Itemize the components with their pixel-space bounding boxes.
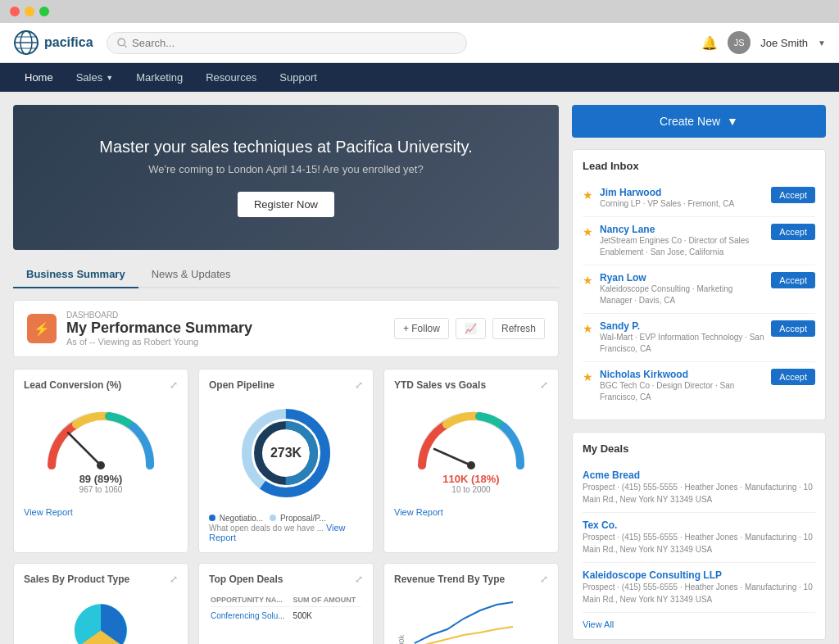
search-input[interactable] bbox=[132, 37, 456, 49]
open-pipeline-footer: What open deals do we have ... View Repo… bbox=[209, 523, 363, 542]
revenue-trend-card: Revenue Trend By Type ⤢ 500k bbox=[383, 563, 559, 644]
lead-name-3[interactable]: Sandy P. bbox=[600, 320, 764, 332]
logo[interactable]: pacifica bbox=[13, 29, 93, 56]
dashboard-label: DASHBOARD bbox=[66, 311, 384, 320]
ytd-value: 110K (18%) bbox=[442, 473, 499, 485]
open-pipeline-donut: 273K bbox=[209, 397, 363, 509]
proposal-dot bbox=[270, 515, 276, 521]
lead-detail-3: Wal-Mart · EVP Information Technology · … bbox=[600, 332, 764, 355]
tab-news-updates[interactable]: News & Updates bbox=[138, 261, 244, 287]
nav-marketing[interactable]: Marketing bbox=[125, 63, 194, 92]
product-pie-svg bbox=[56, 600, 146, 644]
lead-detail-0: Corning LP · VP Sales · Fremont, CA bbox=[600, 198, 764, 210]
lead-info-1: Nancy Lane JetStream Engines Co · Direct… bbox=[600, 224, 764, 258]
lead-name-2[interactable]: Ryan Low bbox=[600, 272, 764, 283]
deals-col-amount: SUM OF AMOUNT bbox=[293, 593, 361, 607]
ytd-footer: View Report bbox=[394, 507, 548, 517]
maximize-dot[interactable] bbox=[39, 7, 49, 16]
refresh-button[interactable]: Refresh bbox=[492, 318, 545, 339]
nav-home[interactable]: Home bbox=[13, 63, 65, 92]
svg-point-5 bbox=[118, 39, 125, 46]
lead-star-3: ★ bbox=[583, 322, 593, 335]
open-pipeline-card: Open Pipeline ⤢ 273K bbox=[198, 369, 374, 553]
lead-conversion-title: Lead Conversion (%) bbox=[24, 379, 121, 391]
revenue-trend-expand-icon[interactable]: ⤢ bbox=[540, 574, 548, 585]
user-dropdown-arrow[interactable]: ▼ bbox=[818, 39, 826, 48]
deal-name-2[interactable]: Kaleidoscope Consulting LLP bbox=[583, 569, 815, 581]
negotiation-label: Negotiatio... bbox=[220, 514, 263, 523]
deal-detail-1: Prospect · (415) 555-6555 · Heather Jone… bbox=[583, 531, 815, 556]
ytd-sub: 10 to 2000 bbox=[451, 485, 490, 494]
tabs-bar: Business Summary News & Updates bbox=[13, 261, 559, 288]
lead-inbox-title: Lead Inbox bbox=[583, 160, 815, 172]
ytd-expand-icon[interactable]: ⤢ bbox=[540, 379, 548, 391]
navbar: Home Sales ▼ Marketing Resources Support bbox=[0, 63, 839, 92]
lead-conversion-expand-icon[interactable]: ⤢ bbox=[170, 379, 178, 391]
lead-info-2: Ryan Low Kaleidoscope Consulting · Marke… bbox=[600, 272, 764, 306]
accept-button-0[interactable]: Accept bbox=[771, 187, 815, 203]
hero-headline: Master your sales techniques at Pacifica… bbox=[38, 138, 534, 156]
follow-button[interactable]: + Follow bbox=[394, 318, 449, 339]
nav-support[interactable]: Support bbox=[268, 63, 329, 92]
svg-line-7 bbox=[68, 433, 101, 465]
ytd-gauge: 110K (18%) 10 to 2000 bbox=[394, 397, 548, 501]
deal-row-name[interactable]: Conferencing Solu... bbox=[211, 609, 292, 623]
lead-name-1[interactable]: Nancy Lane bbox=[600, 224, 764, 235]
lead-item-0: ★ Jim Harwood Corning LP · VP Sales · Fr… bbox=[583, 180, 815, 217]
deal-name-1[interactable]: Tex Co. bbox=[583, 519, 815, 531]
accept-button-1[interactable]: Accept bbox=[771, 224, 815, 240]
accept-button-4[interactable]: Accept bbox=[771, 369, 815, 385]
nav-sales[interactable]: Sales ▼ bbox=[65, 63, 125, 92]
accept-button-2[interactable]: Accept bbox=[771, 272, 815, 288]
view-all-link[interactable]: View All bbox=[583, 619, 815, 629]
deal-name-0[interactable]: Acme Bread bbox=[583, 469, 815, 481]
tab-business-summary[interactable]: Business Summary bbox=[13, 261, 138, 288]
left-panel: Master your sales techniques at Pacifica… bbox=[13, 105, 559, 644]
my-deals-title: My Deals bbox=[583, 442, 815, 455]
revenue-trend-title: Revenue Trend By Type bbox=[394, 574, 505, 585]
lead-name-0[interactable]: Jim Harwood bbox=[600, 187, 764, 198]
dashboard-actions: + Follow 📈 Refresh bbox=[394, 318, 545, 339]
open-pipeline-expand-icon[interactable]: ⤢ bbox=[355, 379, 363, 391]
open-pipeline-donut-svg: 273K bbox=[237, 404, 335, 502]
lead-conversion-sub: 967 to 1060 bbox=[79, 485, 123, 494]
lead-conversion-report-link[interactable]: View Report bbox=[24, 507, 73, 517]
create-new-button[interactable]: Create New ▼ bbox=[572, 105, 826, 138]
sales-product-expand-icon[interactable]: ⤢ bbox=[170, 574, 178, 585]
close-dot[interactable] bbox=[10, 7, 20, 16]
lead-conversion-header: Lead Conversion (%) ⤢ bbox=[24, 379, 178, 391]
deal-detail-0: Prospect · (415) 555-5555 · Heather Jone… bbox=[583, 481, 815, 506]
ytd-report-link[interactable]: View Report bbox=[394, 507, 443, 517]
lead-name-4[interactable]: Nicholas Kirkwood bbox=[600, 369, 764, 380]
svg-line-6 bbox=[124, 44, 126, 47]
ytd-gauge-svg bbox=[414, 404, 528, 469]
deal-item-1: Tex Co. Prospect · (415) 555-6555 · Heat… bbox=[583, 513, 815, 563]
svg-point-15 bbox=[467, 461, 475, 469]
chart-button[interactable]: 📈 bbox=[456, 318, 486, 339]
proposal-label: Proposal/P... bbox=[280, 514, 326, 523]
top-deals-header: Top Open Deals ⤢ bbox=[209, 574, 363, 585]
pipeline-legend: Negotiatio... Proposal/P... bbox=[209, 514, 363, 523]
revenue-trend-header: Revenue Trend By Type ⤢ bbox=[394, 574, 548, 585]
lead-star-2: ★ bbox=[583, 274, 593, 287]
search-box[interactable] bbox=[107, 32, 467, 54]
window-chrome bbox=[0, 0, 839, 23]
user-name: Joe Smith bbox=[760, 37, 808, 49]
lead-star-4: ★ bbox=[583, 370, 593, 383]
create-new-arrow-icon: ▼ bbox=[727, 115, 738, 128]
top-deals-expand-icon[interactable]: ⤢ bbox=[355, 574, 363, 585]
minimize-dot[interactable] bbox=[25, 7, 34, 16]
svg-line-14 bbox=[434, 449, 471, 465]
bell-icon[interactable]: 🔔 bbox=[701, 35, 718, 51]
y-axis-label: 500k bbox=[397, 635, 406, 644]
logo-text: pacifica bbox=[44, 35, 93, 50]
lead-item-3: ★ Sandy P. Wal-Mart · EVP Information Te… bbox=[583, 314, 815, 362]
register-button[interactable]: Register Now bbox=[238, 192, 334, 217]
ytd-sales-header: YTD Sales vs Goals ⤢ bbox=[394, 379, 548, 391]
deal-row-amount: 500K bbox=[293, 609, 361, 623]
right-panel: Create New ▼ Lead Inbox ★ Jim Harwood Co… bbox=[572, 105, 826, 644]
accept-button-3[interactable]: Accept bbox=[771, 320, 815, 337]
nav-resources[interactable]: Resources bbox=[194, 63, 268, 92]
sales-product-chart bbox=[24, 592, 178, 644]
lead-info-3: Sandy P. Wal-Mart · EVP Information Tech… bbox=[600, 320, 764, 355]
